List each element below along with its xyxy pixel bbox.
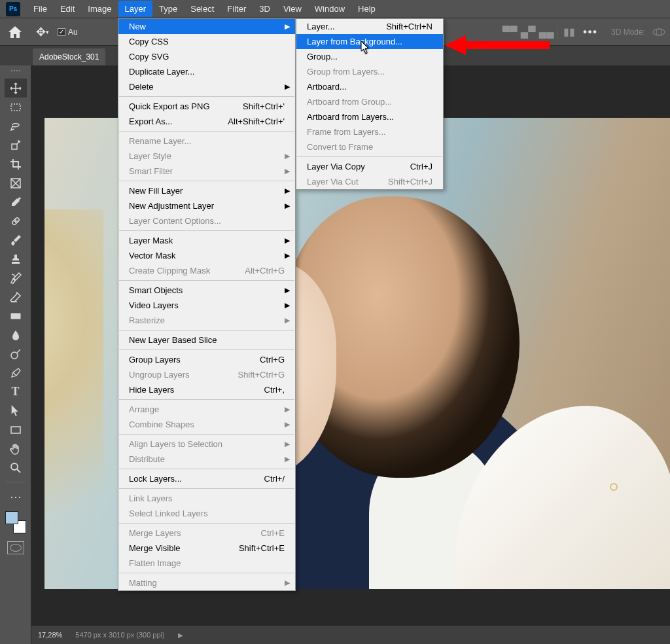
foreground-color-swatch[interactable] <box>5 511 18 524</box>
document-tab[interactable]: AdobeStock_301 <box>33 48 105 65</box>
layer-menu-item-new[interactable]: New▶ <box>118 19 295 34</box>
new-submenu-item-artboard-from-layers[interactable]: Artboard from Layers... <box>296 109 443 124</box>
menu-select[interactable]: Select <box>184 1 220 17</box>
tool-path-select[interactable] <box>5 401 27 420</box>
tool-brush[interactable] <box>5 230 27 249</box>
tool-type[interactable]: T <box>5 382 27 401</box>
menu-3d[interactable]: 3D <box>253 1 277 17</box>
menu-item-label: Layer Mask <box>129 236 173 245</box>
layer-menu-item-export-as[interactable]: Export As...Alt+Shift+Ctrl+' <box>118 114 295 129</box>
submenu-arrow-icon: ▶ <box>285 152 290 160</box>
menu-image[interactable]: Image <box>81 1 118 17</box>
tool-eraser[interactable] <box>5 287 27 306</box>
tool-crop[interactable] <box>5 154 27 173</box>
submenu-arrow-icon: ▶ <box>285 187 290 195</box>
tool-heal[interactable] <box>5 211 27 230</box>
edit-toolbar-button[interactable]: ⋯ <box>5 487 27 506</box>
menu-item-label: New Layer Based Slice <box>129 335 217 345</box>
layer-menu-item-merge-visible[interactable]: Merge VisibleShift+Ctrl+E <box>118 541 295 556</box>
tool-pen[interactable] <box>5 363 27 382</box>
menu-item-label: Link Layers <box>129 493 172 503</box>
info-arrow-icon[interactable]: ▶ <box>178 632 183 639</box>
color-swatches[interactable] <box>5 511 26 533</box>
tool-hand[interactable] <box>5 439 27 458</box>
tool-eyedropper[interactable] <box>5 192 27 211</box>
distribute-icon[interactable]: ▮▮ <box>562 25 576 39</box>
menu-item-label: Delete <box>129 82 154 92</box>
layer-menu-item-delete[interactable]: Delete▶ <box>118 79 295 94</box>
layer-menu-item-copy-css[interactable]: Copy CSS <box>118 34 295 49</box>
layer-menu-item-new-layer-based-slice[interactable]: New Layer Based Slice <box>118 332 295 348</box>
new-submenu-item-layer-from-background[interactable]: Layer from Background... <box>296 34 443 49</box>
tool-blur[interactable] <box>5 325 27 344</box>
layer-menu-item-lock-layers[interactable]: Lock Layers...Ctrl+/ <box>118 471 295 486</box>
tool-wand[interactable] <box>5 135 27 154</box>
layer-menu-separator <box>119 230 294 231</box>
tool-history-brush[interactable] <box>5 268 27 287</box>
tool-frame[interactable] <box>5 173 27 192</box>
new-submenu-item-group[interactable]: Group... <box>296 49 443 64</box>
menu-item-label: Lock Layers... <box>129 474 182 484</box>
tool-dodge[interactable] <box>5 344 27 363</box>
tool-lasso[interactable] <box>5 116 27 135</box>
status-bar: 17,28% 5470 px x 3010 px (300 ppi) ▶ <box>31 626 670 644</box>
layer-menu-item-new-adjustment-layer[interactable]: New Adjustment Layer▶ <box>118 198 295 213</box>
layer-menu-item-group-layers[interactable]: Group LayersCtrl+G <box>118 352 295 367</box>
auto-select-checkbox[interactable]: ✓Au <box>58 27 78 37</box>
layer-menu-item-copy-svg[interactable]: Copy SVG <box>118 49 295 64</box>
menu-help[interactable]: Help <box>351 1 382 17</box>
layer-menu-item-hide-layers[interactable]: Hide LayersCtrl+, <box>118 382 295 397</box>
menu-type[interactable]: Type <box>152 1 184 17</box>
layer-menu-separator <box>119 399 294 400</box>
layer-menu-item-link-layers: Link Layers <box>118 491 295 506</box>
menu-item-label: Smart Objects <box>129 285 183 295</box>
zoom-level[interactable]: 17,28% <box>38 631 62 639</box>
menu-view[interactable]: View <box>277 1 308 17</box>
layer-menu-item-smart-objects[interactable]: Smart Objects▶ <box>118 283 295 298</box>
menu-item-label: Layer Via Copy <box>307 162 365 171</box>
layer-menu-item-duplicate-layer[interactable]: Duplicate Layer... <box>118 64 295 79</box>
more-options-button[interactable]: ••• <box>576 26 605 38</box>
layer-menu-item-layer-mask[interactable]: Layer Mask▶ <box>118 233 295 248</box>
new-submenu-item-layer[interactable]: Layer...Shift+Ctrl+N <box>296 19 443 34</box>
layer-menu[interactable]: New▶Copy CSSCopy SVGDuplicate Layer...De… <box>118 18 296 591</box>
menu-item-label: Distribute <box>129 454 165 464</box>
menu-item-label: Arrange <box>129 404 159 414</box>
menu-file[interactable]: File <box>27 1 54 17</box>
3d-mode-icon[interactable] <box>652 25 666 39</box>
home-button[interactable] <box>4 22 26 42</box>
align-vcenter-icon[interactable]: ▄▀ <box>521 25 535 39</box>
menu-item-shortcut: Shift+Ctrl+J <box>376 177 432 187</box>
tool-zoom[interactable] <box>5 458 27 477</box>
menu-layer[interactable]: Layer <box>118 1 153 17</box>
layer-menu-item-layer-style: Layer Style▶ <box>118 149 295 164</box>
new-submenu-item-artboard[interactable]: Artboard... <box>296 79 443 94</box>
layer-menu-item-smart-filter: Smart Filter▶ <box>118 164 295 179</box>
submenu-arrow-icon: ▶ <box>285 316 290 325</box>
layer-menu-separator <box>119 523 294 524</box>
tool-rectangle[interactable] <box>5 420 27 439</box>
toolbox-grip[interactable] <box>6 70 26 74</box>
menu-edit[interactable]: Edit <box>54 1 81 17</box>
quick-mask-button[interactable] <box>7 541 24 554</box>
tool-marquee[interactable] <box>5 98 27 116</box>
menu-filter[interactable]: Filter <box>220 1 253 17</box>
tool-move[interactable] <box>5 79 27 98</box>
layer-menu-item-rename-layer: Rename Layer... <box>118 134 295 149</box>
layer-menu-item-video-layers[interactable]: Video Layers▶ <box>118 298 295 313</box>
new-submenu-item-layer-via-copy[interactable]: Layer Via CopyCtrl+J <box>296 159 443 174</box>
layer-menu-item-arrange: Arrange▶ <box>118 402 295 417</box>
layer-menu-item-new-fill-layer[interactable]: New Fill Layer▶ <box>118 183 295 198</box>
menu-item-label: New <box>129 22 146 31</box>
submenu-arrow-icon: ▶ <box>285 286 290 295</box>
svg-rect-6 <box>11 313 20 319</box>
tool-gradient[interactable] <box>5 306 27 325</box>
layer-new-submenu[interactable]: Layer...Shift+Ctrl+NLayer from Backgroun… <box>296 18 444 190</box>
layer-menu-item-quick-export-as-png[interactable]: Quick Export as PNGShift+Ctrl+' <box>118 99 295 114</box>
menu-window[interactable]: Window <box>308 1 351 17</box>
align-top-icon[interactable]: ▀▀ <box>502 25 517 39</box>
align-bottom-icon[interactable]: ▄▄ <box>539 25 554 39</box>
layer-menu-item-vector-mask[interactable]: Vector Mask▶ <box>118 248 295 263</box>
new-submenu-item-frame-from-layers: Frame from Layers... <box>296 124 443 139</box>
tool-stamp[interactable] <box>5 249 27 268</box>
